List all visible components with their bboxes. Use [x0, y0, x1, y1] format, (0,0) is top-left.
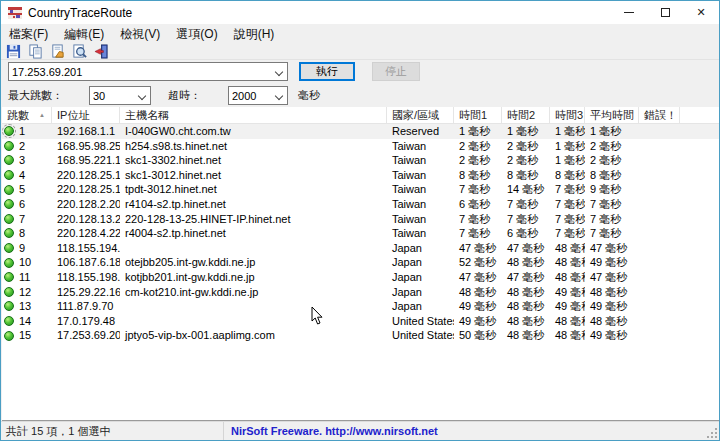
- chevron-down-icon[interactable]: [275, 92, 283, 100]
- table-row[interactable]: 7220.128.13.25220-128-13-25.HINET-IP.hin…: [2, 212, 720, 227]
- t1-cell: 47 毫秒: [454, 270, 502, 285]
- filler-cell: [680, 255, 720, 270]
- hop-number: 3: [19, 153, 25, 168]
- menu-item-4[interactable]: 說明(H): [226, 24, 283, 44]
- table-row[interactable]: 2168.95.98.254h254.s98.ts.hinet.netTaiwa…: [2, 139, 720, 154]
- host-cell: cm-kot210.int-gw.kddi.ne.jp: [120, 285, 387, 300]
- menu-item-0[interactable]: 檔案(F): [1, 24, 56, 44]
- address-input[interactable]: [12, 63, 271, 80]
- timeout-combobox[interactable]: [228, 86, 288, 105]
- column-header-0[interactable]: 跳數▲: [2, 107, 52, 124]
- hop-cell: 9: [2, 241, 52, 256]
- column-header-7[interactable]: 平均時間: [585, 107, 639, 124]
- t2-cell: 6 毫秒: [502, 226, 550, 241]
- app-icon: [7, 5, 23, 21]
- hop-cell: 4: [2, 168, 52, 183]
- table-row[interactable]: 6220.128.2.209r4104-s2.tp.hinet.netTaiwa…: [2, 197, 720, 212]
- t2-cell: 48 毫秒: [502, 255, 550, 270]
- address-combobox[interactable]: [8, 62, 288, 81]
- ip-cell: 118.155.198....: [52, 270, 120, 285]
- ip-cell: 220.128.13.25: [52, 212, 120, 227]
- save-icon[interactable]: [6, 44, 21, 59]
- ip-cell: 118.155.194....: [52, 241, 120, 256]
- properties-icon[interactable]: [50, 44, 65, 59]
- menu-item-1[interactable]: 編輯(E): [56, 24, 112, 44]
- status-bar: 共計 15 項，1 個選中 NirSoft Freeware. http://w…: [1, 421, 719, 440]
- close-button[interactable]: ✕: [683, 1, 719, 24]
- t1-cell: 7 毫秒: [454, 182, 502, 197]
- hop-status-icon: [4, 331, 14, 341]
- hop-cell: 1: [2, 124, 52, 139]
- filler-cell: [680, 285, 720, 300]
- table-row[interactable]: 4220.128.25.194skc1-3012.hinet.netTaiwan…: [2, 168, 720, 183]
- filler-cell: [680, 241, 720, 256]
- table-row[interactable]: 10106.187.6.185otejbb205.int-gw.kddi.ne.…: [2, 255, 720, 270]
- avg-cell: 49 毫秒: [585, 328, 639, 343]
- country-cell: Taiwan: [387, 182, 454, 197]
- table-row[interactable]: 3168.95.221.198skc1-3302.hinet.netTaiwan…: [2, 153, 720, 168]
- run-button[interactable]: 執行: [299, 62, 355, 81]
- timeout-label: 超時：: [168, 86, 201, 105]
- t1-cell: 6 毫秒: [454, 197, 502, 212]
- table-row[interactable]: 1517.253.69.201jptyo5-vip-bx-001.aaplimg…: [2, 328, 720, 343]
- exit-icon[interactable]: [94, 44, 109, 59]
- column-header-4[interactable]: 時間1: [454, 107, 502, 124]
- host-cell: otejbb205.int-gw.kddi.ne.jp: [120, 255, 387, 270]
- menu-item-3[interactable]: 選項(O): [168, 24, 225, 44]
- avg-cell: 49 毫秒: [585, 255, 639, 270]
- table-row[interactable]: 11118.155.198....kotjbb201.int-gw.kddi.n…: [2, 270, 720, 285]
- max-hops-combobox[interactable]: [89, 86, 151, 105]
- hop-status-icon: [4, 185, 14, 195]
- find-icon[interactable]: [72, 44, 87, 59]
- avg-cell: 1 毫秒: [585, 124, 639, 139]
- hop-cell: 14: [2, 314, 52, 329]
- table-row[interactable]: 12125.29.22.166cm-kot210.int-gw.kddi.ne.…: [2, 285, 720, 300]
- t1-cell: 50 毫秒: [454, 328, 502, 343]
- column-header-8[interactable]: 錯誤！: [639, 107, 680, 124]
- hop-status-icon: [4, 258, 14, 268]
- menu-item-2[interactable]: 檢視(V): [112, 24, 168, 44]
- timeout-input[interactable]: [232, 87, 271, 104]
- resize-grip[interactable]: [706, 427, 718, 439]
- hop-number: 7: [19, 212, 25, 227]
- column-header-2[interactable]: 主機名稱: [120, 107, 387, 124]
- column-header-6[interactable]: 時間3: [550, 107, 585, 124]
- t3-cell: 8 毫秒: [550, 168, 585, 183]
- chevron-down-icon[interactable]: [275, 68, 283, 76]
- chevron-down-icon[interactable]: [138, 92, 146, 100]
- table-row[interactable]: 13111.87.9.70Japan49 毫秒48 毫秒49 毫秒49 毫秒: [2, 299, 720, 314]
- hop-cell: 7: [2, 212, 52, 227]
- t3-cell: 7 毫秒: [550, 182, 585, 197]
- err-cell: [639, 182, 680, 197]
- table-row[interactable]: 9118.155.194....Japan47 毫秒47 毫秒48 毫秒47 毫…: [2, 241, 720, 256]
- hop-cell: 10: [2, 255, 52, 270]
- column-header-1[interactable]: IP位址: [52, 107, 120, 124]
- t1-cell: 47 毫秒: [454, 241, 502, 256]
- column-header-5[interactable]: 時間2: [502, 107, 550, 124]
- avg-cell: 7 毫秒: [585, 197, 639, 212]
- country-cell: Taiwan: [387, 168, 454, 183]
- table-row[interactable]: 1192.168.1.1I-040GW0.cht.com.twReserved1…: [2, 124, 720, 139]
- title-bar[interactable]: CountryTraceRoute ✕: [1, 1, 719, 24]
- hop-number: 14: [19, 314, 31, 329]
- host-cell: [120, 299, 387, 314]
- host-cell: r4004-s2.tp.hinet.net: [120, 226, 387, 241]
- minimize-button[interactable]: [611, 1, 647, 24]
- column-header-3[interactable]: 國家/區域: [387, 107, 454, 124]
- table-row[interactable]: 1417.0.179.48United States49 毫秒48 毫秒48 毫…: [2, 314, 720, 329]
- t3-cell: 7 毫秒: [550, 226, 585, 241]
- t2-cell: 48 毫秒: [502, 314, 550, 329]
- maximize-button[interactable]: [647, 1, 683, 24]
- filler-cell: [680, 328, 720, 343]
- nirsoft-link[interactable]: NirSoft Freeware. http://www.nirsoft.net: [223, 422, 438, 440]
- hop-number: 9: [19, 241, 25, 256]
- table-row[interactable]: 5220.128.25.10tpdt-3012.hinet.netTaiwan7…: [2, 182, 720, 197]
- list-header: 跳數▲IP位址主機名稱國家/區域時間1時間2時間3平均時間錯誤！: [2, 107, 720, 124]
- max-hops-input[interactable]: [93, 87, 134, 104]
- copy-icon[interactable]: [28, 44, 43, 59]
- ip-cell: 125.29.22.166: [52, 285, 120, 300]
- t2-cell: 47 毫秒: [502, 241, 550, 256]
- filler-cell: [680, 197, 720, 212]
- sort-ascending-icon: ▲: [39, 112, 45, 118]
- table-row[interactable]: 8220.128.4.229r4004-s2.tp.hinet.netTaiwa…: [2, 226, 720, 241]
